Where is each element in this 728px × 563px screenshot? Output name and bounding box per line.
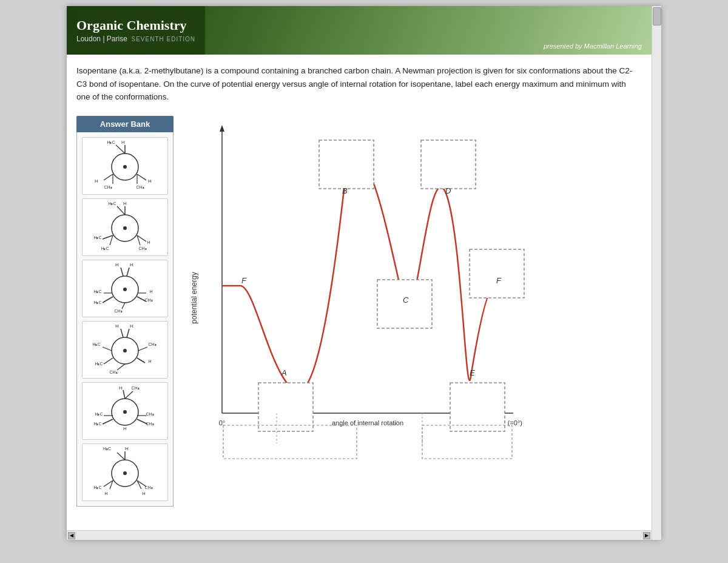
- svg-text:CH₃: CH₃: [138, 246, 146, 251]
- svg-line-29: [121, 268, 123, 276]
- svg-text:A: A: [281, 368, 287, 377]
- scroll-left-arrow[interactable]: ◀: [68, 532, 75, 539]
- svg-point-33: [123, 288, 127, 291]
- svg-line-34: [122, 303, 125, 309]
- content-area: Isopentane (a.k.a. 2-methylbutane) is a …: [67, 55, 652, 516]
- scrollbar-right[interactable]: [652, 6, 661, 540]
- svg-rect-96: [319, 140, 374, 189]
- svg-text:H: H: [115, 324, 119, 329]
- svg-text:H: H: [148, 178, 152, 184]
- svg-marker-90: [220, 125, 224, 132]
- header-presented: presented by Macmillan Learning: [544, 42, 642, 50]
- svg-text:H: H: [149, 289, 152, 294]
- svg-text:potential energy: potential energy: [190, 272, 198, 323]
- svg-text:H₃C: H₃C: [93, 289, 101, 294]
- list-item[interactable]: H H H₃C CH₃ CH₃ H₃C H: [82, 260, 168, 317]
- svg-text:CH₃: CH₃: [114, 309, 122, 313]
- svg-text:H₃C: H₃C: [107, 140, 115, 144]
- svg-point-49: [123, 349, 127, 352]
- svg-line-52: [138, 347, 147, 351]
- svg-text:H₃C: H₃C: [95, 362, 103, 366]
- svg-text:CH₃: CH₃: [148, 342, 156, 346]
- intro-text: Isopentane (a.k.a. 2-methylbutane) is a …: [76, 64, 637, 104]
- svg-text:H: H: [148, 359, 151, 363]
- scrollbar-bottom[interactable]: ◀ ▶: [67, 530, 652, 540]
- svg-line-2: [104, 174, 113, 180]
- svg-text:CH₃: CH₃: [109, 370, 117, 374]
- svg-text:CH₃: CH₃: [136, 185, 144, 189]
- graph-area: potential energy 0° angle of internal ro…: [186, 116, 637, 470]
- svg-rect-100: [450, 383, 505, 431]
- svg-text:H₃C: H₃C: [93, 485, 101, 490]
- svg-text:H: H: [142, 491, 145, 496]
- svg-text:H₃C: H₃C: [103, 447, 111, 451]
- svg-text:H₃C: H₃C: [93, 235, 101, 240]
- svg-text:B: B: [342, 186, 348, 195]
- newman-projection-2: H H₃C H H₃C H₃C CH₃: [92, 201, 158, 253]
- svg-rect-97: [421, 140, 476, 189]
- svg-text:H₃C: H₃C: [101, 246, 109, 251]
- svg-rect-98: [258, 383, 313, 431]
- header-banner: Organic Chemistry Loudon | Parise SEVENT…: [67, 6, 652, 55]
- svg-line-46: [127, 329, 129, 337]
- header-subtitle: Loudon | Parise SEVENTH EDITION: [76, 35, 195, 43]
- list-item[interactable]: H H H H₃C CH₃ CH₃: [82, 137, 168, 195]
- svg-text:H₃C: H₃C: [93, 422, 101, 426]
- svg-line-19: [117, 206, 125, 215]
- svg-line-30: [127, 268, 129, 276]
- header-authors: Loudon | Parise: [76, 35, 127, 43]
- list-item[interactable]: H H H₃C H CH₃ H₃C CH₃: [82, 321, 168, 379]
- header-edition: SEVENTH EDITION: [132, 36, 196, 42]
- svg-text:H: H: [123, 426, 127, 431]
- svg-line-16: [103, 235, 113, 239]
- svg-text:H₃C: H₃C: [92, 342, 100, 346]
- svg-text:H: H: [115, 263, 119, 268]
- svg-text:F: F: [496, 276, 502, 285]
- svg-text:H₃C: H₃C: [108, 201, 116, 206]
- newman-projection-3: H H H₃C CH₃ CH₃ H₃C H: [92, 263, 158, 314]
- svg-text:H: H: [119, 385, 123, 391]
- svg-text:CH₃: CH₃: [131, 386, 139, 390]
- svg-text:H₃C: H₃C: [95, 412, 103, 416]
- svg-line-80: [117, 453, 125, 460]
- answer-bank: Answer Bank: [76, 116, 174, 507]
- list-item[interactable]: H H₃C CH₃ CH₃ H₃C CH₃ H: [82, 382, 168, 440]
- svg-text:CH₃: CH₃: [104, 185, 112, 189]
- svg-text:F: F: [241, 276, 247, 285]
- svg-line-5: [116, 145, 125, 153]
- energy-graph: potential energy 0° angle of internal ro…: [186, 116, 525, 468]
- svg-text:CH₃: CH₃: [144, 298, 152, 302]
- scroll-right-arrow[interactable]: ▶: [643, 532, 650, 539]
- svg-text:H: H: [125, 447, 129, 451]
- list-item[interactable]: H₃C H H₃C H CH₃ H: [82, 443, 168, 501]
- list-item[interactable]: H H₃C H H₃C H₃C CH₃: [82, 198, 168, 256]
- svg-text:D: D: [445, 186, 451, 195]
- svg-line-51: [103, 347, 112, 351]
- svg-line-50: [117, 364, 125, 370]
- svg-line-20: [110, 235, 113, 245]
- svg-point-79: [123, 471, 127, 475]
- newman-projection-6: H₃C H H₃C H CH₃ H: [92, 447, 158, 498]
- svg-line-3: [137, 174, 146, 180]
- answer-bank-header: Answer Bank: [76, 116, 174, 132]
- newman-projection-4: H H H₃C H CH₃ H₃C CH₃: [92, 324, 158, 376]
- svg-text:CH₃: CH₃: [146, 412, 153, 416]
- svg-rect-101: [470, 249, 524, 298]
- main-layout: Answer Bank: [76, 116, 637, 507]
- svg-text:H: H: [130, 263, 133, 268]
- svg-text:H: H: [121, 140, 125, 145]
- svg-point-18: [123, 226, 127, 230]
- svg-text:H: H: [147, 240, 150, 244]
- svg-line-48: [137, 358, 145, 363]
- header-title-block: Organic Chemistry Loudon | Parise SEVENT…: [67, 6, 205, 55]
- svg-line-65: [125, 391, 133, 399]
- svg-text:E: E: [470, 368, 475, 377]
- svg-text:H: H: [123, 201, 127, 206]
- svg-line-62: [103, 419, 113, 424]
- svg-text:C: C: [403, 295, 409, 305]
- svg-text:CH₃: CH₃: [144, 485, 152, 490]
- newman-projection-1: H H H H₃C CH₃ CH₃: [92, 140, 158, 192]
- svg-text:CH₃: CH₃: [146, 422, 153, 426]
- svg-text:H: H: [104, 491, 107, 496]
- scrollbar-thumb[interactable]: [653, 7, 661, 25]
